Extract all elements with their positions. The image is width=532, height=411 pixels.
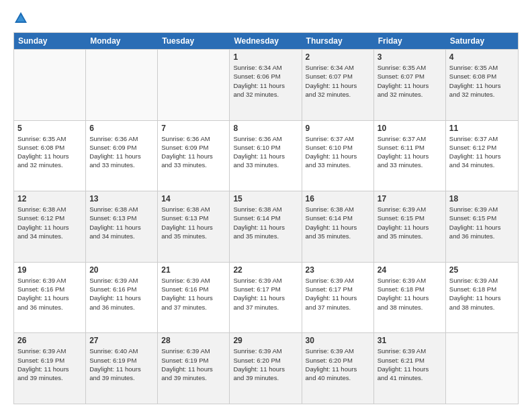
day-cell-21: 21Sunrise: 6:39 AM Sunset: 6:16 PM Dayli…: [158, 263, 230, 333]
header-day-sunday: Sunday: [14, 33, 86, 49]
day-number: 6: [89, 124, 154, 133]
day-info: Sunrise: 6:37 AM Sunset: 6:12 PM Dayligh…: [449, 134, 515, 170]
day-number: 2: [306, 52, 370, 62]
day-info: Sunrise: 6:38 AM Sunset: 6:13 PM Dayligh…: [161, 205, 226, 240]
day-number: 21: [161, 265, 226, 275]
day-info: Sunrise: 6:37 AM Sunset: 6:10 PM Dayligh…: [306, 134, 370, 170]
week-row-4: 26Sunrise: 6:39 AM Sunset: 6:19 PM Dayli…: [14, 332, 518, 404]
day-info: Sunrise: 6:39 AM Sunset: 6:17 PM Dayligh…: [306, 276, 370, 312]
week-row-0: 1Sunrise: 6:34 AM Sunset: 6:06 PM Daylig…: [14, 49, 518, 120]
day-cell-5: 5Sunrise: 6:35 AM Sunset: 6:08 PM Daylig…: [14, 121, 86, 191]
day-number: 29: [233, 336, 298, 345]
day-info: Sunrise: 6:34 AM Sunset: 6:07 PM Dayligh…: [306, 63, 370, 99]
day-cell-24: 24Sunrise: 6:39 AM Sunset: 6:18 PM Dayli…: [374, 263, 446, 333]
day-number: 20: [89, 265, 154, 275]
day-number: 11: [449, 124, 515, 133]
week-row-3: 19Sunrise: 6:39 AM Sunset: 6:16 PM Dayli…: [14, 262, 518, 333]
day-info: Sunrise: 6:35 AM Sunset: 6:07 PM Dayligh…: [378, 63, 442, 99]
day-info: Sunrise: 6:35 AM Sunset: 6:08 PM Dayligh…: [17, 134, 82, 170]
calendar: SundayMondayTuesdayWednesdayThursdayFrid…: [13, 32, 519, 404]
day-info: Sunrise: 6:37 AM Sunset: 6:11 PM Dayligh…: [378, 134, 442, 170]
day-cell-3: 3Sunrise: 6:35 AM Sunset: 6:07 PM Daylig…: [374, 50, 446, 120]
day-cell-16: 16Sunrise: 6:38 AM Sunset: 6:14 PM Dayli…: [302, 191, 374, 262]
header-day-wednesday: Wednesday: [230, 33, 302, 49]
day-number: 10: [378, 124, 442, 133]
day-cell-31: 31Sunrise: 6:39 AM Sunset: 6:21 PM Dayli…: [374, 333, 446, 404]
day-number: 28: [161, 336, 226, 345]
calendar-body: 1Sunrise: 6:34 AM Sunset: 6:06 PM Daylig…: [14, 49, 518, 404]
day-cell-12: 12Sunrise: 6:38 AM Sunset: 6:12 PM Dayli…: [14, 191, 86, 262]
day-cell-23: 23Sunrise: 6:39 AM Sunset: 6:17 PM Dayli…: [302, 263, 374, 333]
day-cell-6: 6Sunrise: 6:36 AM Sunset: 6:09 PM Daylig…: [86, 121, 158, 191]
day-info: Sunrise: 6:40 AM Sunset: 6:19 PM Dayligh…: [89, 347, 154, 382]
day-number: 9: [306, 124, 370, 133]
header-day-monday: Monday: [86, 33, 158, 49]
day-info: Sunrise: 6:39 AM Sunset: 6:17 PM Dayligh…: [233, 276, 298, 312]
day-cell-29: 29Sunrise: 6:39 AM Sunset: 6:20 PM Dayli…: [230, 333, 302, 404]
day-number: 19: [17, 265, 82, 275]
day-number: 22: [233, 265, 298, 275]
day-cell-11: 11Sunrise: 6:37 AM Sunset: 6:12 PM Dayli…: [446, 121, 518, 191]
day-cell-25: 25Sunrise: 6:39 AM Sunset: 6:18 PM Dayli…: [446, 263, 518, 333]
day-cell-19: 19Sunrise: 6:39 AM Sunset: 6:16 PM Dayli…: [14, 263, 86, 333]
day-number: 27: [89, 336, 154, 345]
day-info: Sunrise: 6:38 AM Sunset: 6:14 PM Dayligh…: [306, 205, 370, 240]
logo: [13, 11, 31, 26]
day-cell-1: 1Sunrise: 6:34 AM Sunset: 6:06 PM Daylig…: [230, 50, 302, 120]
day-info: Sunrise: 6:35 AM Sunset: 6:08 PM Dayligh…: [449, 63, 515, 99]
day-number: 17: [378, 194, 442, 203]
day-info: Sunrise: 6:39 AM Sunset: 6:16 PM Dayligh…: [89, 276, 154, 312]
empty-cell: [446, 333, 518, 404]
day-cell-18: 18Sunrise: 6:39 AM Sunset: 6:15 PM Dayli…: [446, 191, 518, 262]
day-info: Sunrise: 6:39 AM Sunset: 6:18 PM Dayligh…: [378, 276, 442, 312]
day-info: Sunrise: 6:36 AM Sunset: 6:10 PM Dayligh…: [233, 134, 298, 170]
day-number: 18: [449, 194, 515, 203]
day-number: 24: [378, 265, 442, 275]
header-day-saturday: Saturday: [446, 33, 518, 49]
day-cell-9: 9Sunrise: 6:37 AM Sunset: 6:10 PM Daylig…: [302, 121, 374, 191]
day-cell-14: 14Sunrise: 6:38 AM Sunset: 6:13 PM Dayli…: [158, 191, 230, 262]
day-cell-2: 2Sunrise: 6:34 AM Sunset: 6:07 PM Daylig…: [302, 50, 374, 120]
day-info: Sunrise: 6:39 AM Sunset: 6:20 PM Dayligh…: [306, 347, 370, 382]
day-number: 4: [449, 52, 515, 62]
day-info: Sunrise: 6:34 AM Sunset: 6:06 PM Dayligh…: [233, 63, 298, 99]
page: SundayMondayTuesdayWednesdayThursdayFrid…: [0, 0, 532, 411]
day-cell-8: 8Sunrise: 6:36 AM Sunset: 6:10 PM Daylig…: [230, 121, 302, 191]
day-cell-27: 27Sunrise: 6:40 AM Sunset: 6:19 PM Dayli…: [86, 333, 158, 404]
day-number: 12: [17, 194, 82, 203]
week-row-1: 5Sunrise: 6:35 AM Sunset: 6:08 PM Daylig…: [14, 120, 518, 191]
day-cell-7: 7Sunrise: 6:36 AM Sunset: 6:09 PM Daylig…: [158, 121, 230, 191]
day-number: 14: [161, 194, 226, 203]
header-day-friday: Friday: [374, 33, 446, 49]
day-number: 25: [449, 265, 515, 275]
day-cell-15: 15Sunrise: 6:38 AM Sunset: 6:14 PM Dayli…: [230, 191, 302, 262]
day-info: Sunrise: 6:38 AM Sunset: 6:14 PM Dayligh…: [233, 205, 298, 240]
day-number: 5: [17, 124, 82, 133]
day-number: 7: [161, 124, 226, 133]
day-cell-20: 20Sunrise: 6:39 AM Sunset: 6:16 PM Dayli…: [86, 263, 158, 333]
day-number: 26: [17, 336, 82, 345]
header-day-tuesday: Tuesday: [158, 33, 230, 49]
day-number: 15: [233, 194, 298, 203]
empty-cell: [14, 50, 86, 120]
day-number: 1: [233, 52, 298, 62]
day-info: Sunrise: 6:38 AM Sunset: 6:13 PM Dayligh…: [89, 205, 154, 240]
day-cell-4: 4Sunrise: 6:35 AM Sunset: 6:08 PM Daylig…: [446, 50, 518, 120]
day-info: Sunrise: 6:39 AM Sunset: 6:15 PM Dayligh…: [449, 205, 515, 240]
day-number: 13: [89, 194, 154, 203]
day-number: 3: [378, 52, 442, 62]
day-cell-10: 10Sunrise: 6:37 AM Sunset: 6:11 PM Dayli…: [374, 121, 446, 191]
day-info: Sunrise: 6:39 AM Sunset: 6:16 PM Dayligh…: [161, 276, 226, 312]
day-number: 23: [306, 265, 370, 275]
day-info: Sunrise: 6:39 AM Sunset: 6:21 PM Dayligh…: [378, 347, 442, 382]
day-info: Sunrise: 6:39 AM Sunset: 6:20 PM Dayligh…: [233, 347, 298, 382]
day-info: Sunrise: 6:36 AM Sunset: 6:09 PM Dayligh…: [89, 134, 154, 170]
calendar-header: SundayMondayTuesdayWednesdayThursdayFrid…: [14, 33, 518, 49]
day-info: Sunrise: 6:38 AM Sunset: 6:12 PM Dayligh…: [17, 205, 82, 240]
day-number: 16: [306, 194, 370, 203]
day-info: Sunrise: 6:39 AM Sunset: 6:19 PM Dayligh…: [161, 347, 226, 382]
day-info: Sunrise: 6:39 AM Sunset: 6:16 PM Dayligh…: [17, 276, 82, 312]
logo-icon: [13, 11, 28, 26]
day-cell-22: 22Sunrise: 6:39 AM Sunset: 6:17 PM Dayli…: [230, 263, 302, 333]
day-number: 8: [233, 124, 298, 133]
